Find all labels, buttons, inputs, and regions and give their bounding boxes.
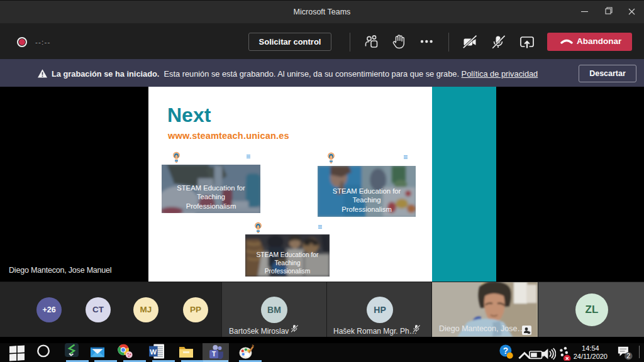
svg-text:W: W bbox=[150, 348, 157, 356]
svg-text:T: T bbox=[212, 351, 216, 358]
svg-text:2: 2 bbox=[626, 352, 630, 359]
